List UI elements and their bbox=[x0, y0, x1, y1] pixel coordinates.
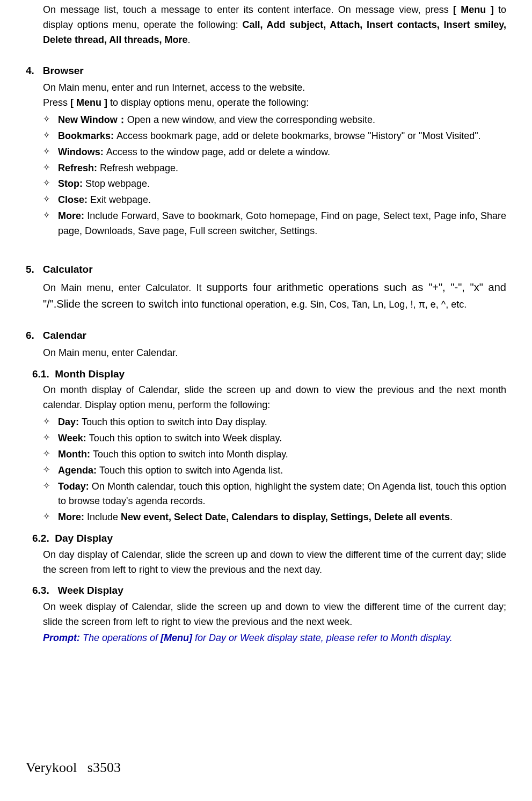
item-text: Access bookmark page, add or delete book… bbox=[116, 130, 481, 141]
subsection-number: 6.3. bbox=[32, 585, 49, 596]
list-item: Windows: Access to the window page, add … bbox=[43, 145, 506, 160]
list-item: New Window：Open a new window, and view t… bbox=[43, 113, 506, 128]
item-label: More: bbox=[58, 512, 87, 522]
prompt-note: Prompt: The operations of [Menu] for Day… bbox=[43, 631, 506, 646]
item-label: Stop: bbox=[58, 178, 85, 189]
item-text: Refresh webpage. bbox=[100, 163, 178, 173]
item-label: Refresh: bbox=[58, 163, 100, 173]
text: functional operation, e.g. Sin, Cos, Tan… bbox=[201, 299, 467, 310]
menu-key: [ Menu ] bbox=[453, 4, 494, 15]
item-text: Exit webpage. bbox=[90, 194, 151, 205]
section-title: Calendar bbox=[43, 330, 86, 341]
browser-options-list: New Window：Open a new window, and view t… bbox=[43, 113, 506, 239]
item-text: Touch this option to switch into Agenda … bbox=[99, 465, 283, 476]
subsection-6-1-heading: 6.1. Month Display bbox=[32, 366, 506, 382]
text: On message list, touch a message to ente… bbox=[43, 4, 453, 15]
section-5-heading: 5. Calculator bbox=[26, 261, 506, 277]
item-text: Touch this option to switch into Month d… bbox=[93, 449, 288, 460]
item-text: Include Forward, Save to bookmark, Goto … bbox=[58, 210, 506, 236]
item-text: On Month calendar, touch this option, hi… bbox=[58, 481, 506, 507]
footer-model: s3503 bbox=[88, 760, 121, 775]
subsection-number: 6.1. bbox=[32, 368, 49, 380]
subsection-title: Week Display bbox=[58, 585, 123, 596]
section-title: Calculator bbox=[43, 264, 93, 275]
text: On Main menu, enter Calculator. It bbox=[43, 282, 207, 293]
list-item: Stop: Stop webpage. bbox=[43, 177, 506, 192]
subsection-6-2-heading: 6.2. Day Display bbox=[32, 530, 506, 546]
prompt-label: Prompt: bbox=[43, 632, 83, 643]
item-label: Windows: bbox=[58, 147, 106, 157]
item-text: Include bbox=[87, 512, 121, 522]
list-item: Close: Exit webpage. bbox=[43, 193, 506, 208]
item-label: Close: bbox=[58, 194, 90, 205]
subsection-title: Day Display bbox=[55, 533, 113, 544]
item-text: Access to the window page, add or delete… bbox=[106, 147, 330, 157]
list-item: Agenda: Touch this option to switch into… bbox=[43, 463, 506, 478]
section-number: 4. bbox=[26, 63, 34, 78]
browser-p1: On Main menu, enter and run Internet, ac… bbox=[43, 81, 506, 96]
footer: Verykool s3503 bbox=[26, 757, 121, 778]
prompt-menu: [Menu] bbox=[161, 632, 192, 643]
list-item: More: Include New event, Select Date, Ca… bbox=[43, 510, 506, 525]
section-6-heading: 6. Calendar bbox=[26, 327, 506, 343]
item-text: Touch this option to switch into Week di… bbox=[89, 433, 282, 443]
item-label: New Window： bbox=[58, 114, 127, 125]
month-display-p1: On month display of Calendar, slide the … bbox=[43, 383, 506, 413]
text: . bbox=[187, 34, 190, 45]
calendar-p1: On Main menu, enter Calendar. bbox=[43, 346, 506, 361]
subsection-6-3-heading: 6.3. Week Display bbox=[32, 582, 506, 598]
section-4-heading: 4. Browser bbox=[26, 63, 506, 78]
prompt-text: The operations of bbox=[83, 632, 161, 643]
week-display-p1: On week display of Calendar, slide the s… bbox=[43, 600, 506, 630]
section-number: 5. bbox=[26, 261, 34, 277]
list-item: Week: Touch this option to switch into W… bbox=[43, 431, 506, 446]
intro-paragraph: On message list, touch a message to ente… bbox=[43, 3, 506, 48]
item-text: Touch this option to switch into Day dis… bbox=[82, 417, 267, 427]
item-label: Agenda: bbox=[58, 465, 99, 476]
item-label: Month: bbox=[58, 449, 93, 460]
item-label: Day: bbox=[58, 417, 82, 427]
item-text: Open a new window, and view the correspo… bbox=[127, 114, 375, 125]
list-item: Day: Touch this option to switch into Da… bbox=[43, 415, 506, 430]
section-number: 6. bbox=[26, 327, 34, 343]
day-display-p1: On day display of Calendar, slide the sc… bbox=[43, 548, 506, 578]
document-body: On message list, touch a message to ente… bbox=[26, 0, 506, 646]
list-item: Month: Touch this option to switch into … bbox=[43, 447, 506, 462]
list-item: Refresh: Refresh webpage. bbox=[43, 161, 506, 176]
item-bold-text: New event, Select Date, Calendars to dis… bbox=[121, 512, 450, 522]
list-item: Bookmarks: Access bookmark page, add or … bbox=[43, 129, 506, 144]
subsection-number: 6.2. bbox=[32, 533, 49, 544]
menu-key: [ Menu ] bbox=[70, 97, 107, 108]
prompt-text: for Day or Week display state, please re… bbox=[192, 632, 453, 643]
list-item: More: Include Forward, Save to bookmark,… bbox=[43, 209, 506, 239]
month-display-options-list: Day: Touch this option to switch into Da… bbox=[43, 415, 506, 525]
item-label: Bookmarks: bbox=[58, 130, 116, 141]
list-item: Today: On Month calendar, touch this opt… bbox=[43, 479, 506, 509]
item-text: Stop webpage. bbox=[85, 178, 150, 189]
browser-p2: Press [ Menu ] to display options menu, … bbox=[43, 96, 506, 111]
item-label: More: bbox=[58, 210, 87, 221]
item-text: . bbox=[450, 512, 453, 522]
item-label: Week: bbox=[58, 433, 89, 443]
section-title: Browser bbox=[43, 65, 84, 76]
calculator-p1: On Main menu, enter Calculator. It suppo… bbox=[43, 279, 506, 312]
footer-brand: Verykool bbox=[26, 760, 77, 775]
item-label: Today: bbox=[58, 481, 92, 492]
text: to display options menu, operate the fol… bbox=[107, 97, 309, 108]
subsection-title: Month Display bbox=[55, 368, 125, 380]
text: Press bbox=[43, 97, 70, 108]
